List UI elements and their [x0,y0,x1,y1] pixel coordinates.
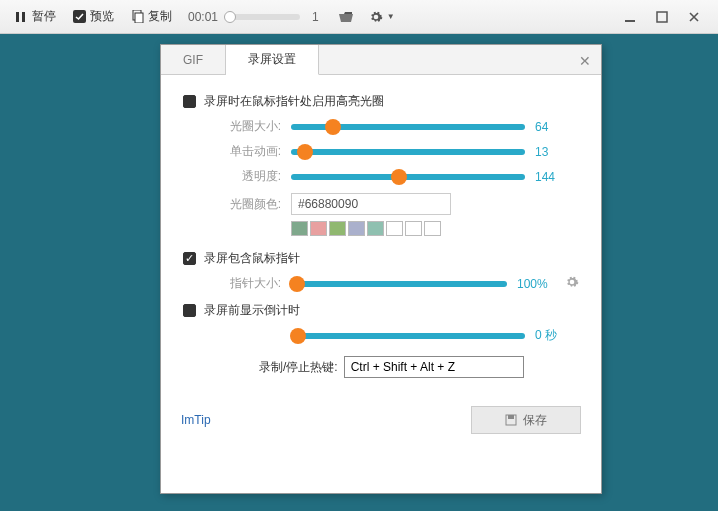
countdown-label: 录屏前显示倒计时 [204,302,300,319]
countdown-slider[interactable] [291,333,525,339]
copy-label: 复制 [148,8,172,25]
check-icon [72,10,86,24]
color-swatches [291,221,579,236]
settings-button[interactable]: ▼ [363,8,401,26]
aperture-size-value: 64 [535,120,579,134]
highlight-label: 录屏时在鼠标指针处启用高亮光圈 [204,93,384,110]
open-folder-button[interactable] [333,8,359,26]
color-swatch[interactable] [386,221,403,236]
svg-rect-4 [135,13,143,23]
svg-rect-2 [73,10,86,23]
pointer-size-value: 100% [517,277,561,291]
color-swatch[interactable] [310,221,327,236]
dialog-close-button[interactable]: ✕ [575,51,595,71]
color-swatch[interactable] [367,221,384,236]
color-swatch[interactable] [329,221,346,236]
svg-rect-6 [657,12,667,22]
tab-gif[interactable]: GIF [161,45,226,74]
close-button[interactable] [678,5,710,29]
click-anim-label: 单击动画: [223,143,281,160]
opacity-slider[interactable] [291,174,525,180]
frame-display: 1 [312,10,319,24]
save-label: 保存 [523,412,547,429]
opacity-label: 透明度: [223,168,281,185]
pause-button[interactable]: 暂停 [8,6,62,27]
time-display: 00:01 [188,10,218,24]
pause-label: 暂停 [32,8,56,25]
hotkey-input[interactable] [344,356,524,378]
hotkey-label: 录制/停止热键: [259,359,338,376]
countdown-value: 0 秒 [535,327,579,344]
save-icon [505,414,517,426]
aperture-size-label: 光圈大小: [223,118,281,135]
imtip-link[interactable]: ImTip [181,413,211,427]
section-highlight: 录屏时在鼠标指针处启用高亮光圈 光圈大小: 64 单击动画: 13 透明度: 1… [183,93,579,236]
highlight-checkbox[interactable] [183,95,196,108]
pointer-checkbox[interactable]: ✓ [183,252,196,265]
folder-open-icon [339,10,353,24]
color-swatch[interactable] [348,221,365,236]
pointer-size-label: 指针大小: [223,275,281,292]
pointer-size-slider[interactable] [291,281,507,287]
preview-label: 预览 [90,8,114,25]
preview-button[interactable]: 预览 [66,6,120,27]
tab-bar: GIF 录屏设置 ✕ [161,45,601,75]
maximize-button[interactable] [646,5,678,29]
svg-rect-8 [508,415,514,419]
color-swatch[interactable] [424,221,441,236]
timeline-slider[interactable] [228,14,300,20]
pointer-label: 录屏包含鼠标指针 [204,250,300,267]
click-anim-slider[interactable] [291,149,525,155]
minimize-button[interactable] [614,5,646,29]
aperture-size-slider[interactable] [291,124,525,130]
app-toolbar: 暂停 预览 复制 00:01 1 ▼ [0,0,718,34]
countdown-checkbox[interactable] [183,304,196,317]
save-button[interactable]: 保存 [471,406,581,434]
tab-settings-label: 录屏设置 [248,51,296,68]
svg-rect-0 [16,12,19,22]
section-pointer: ✓ 录屏包含鼠标指针 指针大小: 100% [183,250,579,292]
copy-icon [130,10,144,24]
section-countdown: 录屏前显示倒计时 0 秒 [183,302,579,344]
color-input[interactable] [291,193,451,215]
settings-dialog: GIF 录屏设置 ✕ 录屏时在鼠标指针处启用高亮光圈 光圈大小: 64 单击动画… [160,44,602,494]
gear-icon [369,10,383,24]
opacity-value: 144 [535,170,579,184]
click-anim-value: 13 [535,145,579,159]
copy-button[interactable]: 复制 [124,6,178,27]
pause-icon [14,10,28,24]
color-label: 光圈颜色: [223,196,281,213]
svg-rect-5 [625,20,635,22]
color-swatch[interactable] [405,221,422,236]
tab-settings[interactable]: 录屏设置 [226,45,319,75]
dropdown-icon: ▼ [387,12,395,21]
color-swatch[interactable] [291,221,308,236]
pointer-settings-icon[interactable] [565,275,579,292]
svg-rect-1 [22,12,25,22]
tab-gif-label: GIF [183,53,203,67]
